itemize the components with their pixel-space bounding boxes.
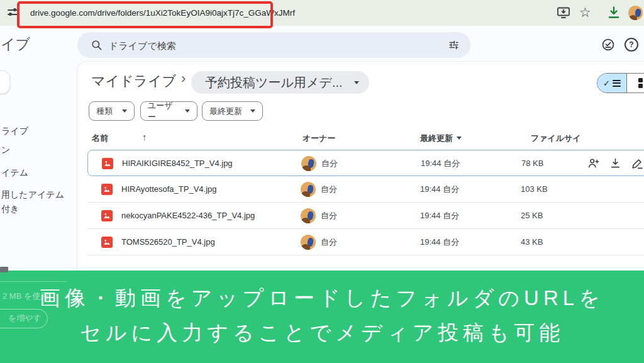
downloads-icon[interactable] bbox=[606, 5, 621, 20]
caption-line-1: 画像・動画をアップロードしたフォルダのURLを bbox=[0, 284, 644, 313]
rename-pencil-icon[interactable] bbox=[631, 157, 644, 170]
breadcrumb-current-folder[interactable]: 予約投稿ツール用メデ... bbox=[191, 71, 369, 94]
chevron-down-icon bbox=[122, 109, 127, 113]
drive-logo-fragment: イブ bbox=[1, 35, 30, 54]
file-size: 43 KB bbox=[521, 229, 543, 255]
chevron-down-icon bbox=[250, 109, 255, 113]
caption-banner: 2 MB を使用 を増やす 画像・動画をアップロードしたフォルダのURLを セル… bbox=[0, 271, 644, 363]
file-size: 78 KB bbox=[521, 150, 543, 177]
breadcrumb-my-drive[interactable]: マイドライブ bbox=[91, 72, 176, 91]
file-size: 25 KB bbox=[521, 203, 543, 229]
image-file-icon bbox=[102, 158, 113, 169]
file-row[interactable]: HIRAyottesofa_TP_V4.jpg 自分 19:44 自分 103 … bbox=[87, 176, 644, 203]
url-highlight-annotation bbox=[17, 1, 273, 28]
column-header-size[interactable]: ファイルサイ bbox=[531, 133, 581, 144]
list-view-icon bbox=[613, 80, 621, 87]
owner-avatar bbox=[301, 208, 316, 223]
column-header-name[interactable]: 名前 bbox=[92, 133, 108, 144]
filter-chip-user-label: ユーザー bbox=[148, 100, 180, 123]
new-button-fragment[interactable] bbox=[0, 70, 10, 94]
owner-avatar bbox=[301, 235, 316, 250]
help-icon[interactable]: ? bbox=[625, 38, 638, 52]
list-view-button[interactable]: ✓ bbox=[597, 74, 626, 92]
file-modified: 19:44 自分 bbox=[420, 229, 459, 255]
sidebar-item-my-drive[interactable]: ライブ bbox=[1, 126, 28, 137]
view-toggle: ✓ bbox=[597, 73, 644, 93]
file-list: HIRAIKIGIRE8452_TP_V4.jpg 自分 19:44 自分 78… bbox=[87, 150, 644, 255]
screenshot-root: drive.google.com/drive/folders/1uXi2TokE… bbox=[0, 0, 644, 363]
search-options-tune-icon[interactable] bbox=[448, 39, 460, 51]
file-modified: 19:44 自分 bbox=[421, 150, 460, 177]
sort-ascending-icon[interactable]: ↑ bbox=[142, 131, 147, 142]
file-size: 103 KB bbox=[521, 176, 548, 203]
file-name: HIRAyottesofa_TP_V4.jpg bbox=[121, 176, 217, 203]
browser-profile-avatar[interactable] bbox=[628, 6, 643, 20]
sidebar-item-starred[interactable]: 付き bbox=[1, 204, 19, 215]
file-owner: 自分 bbox=[321, 203, 337, 229]
file-modified: 19:44 自分 bbox=[420, 203, 459, 229]
sidebar-item-computers[interactable]: ン bbox=[1, 145, 10, 156]
filter-chip-type-label: 種類 bbox=[96, 106, 113, 117]
chevron-down-icon bbox=[185, 109, 190, 113]
owner-avatar bbox=[301, 156, 316, 171]
drive-search-bar[interactable] bbox=[77, 32, 470, 58]
sidebar-item-shared[interactable]: イテム bbox=[1, 167, 28, 179]
image-file-icon bbox=[101, 210, 113, 221]
owner-avatar bbox=[301, 182, 316, 197]
file-owner: 自分 bbox=[321, 150, 338, 177]
column-header-modified[interactable]: 最終更新 bbox=[420, 133, 462, 144]
breadcrumb-chevron-icon: › bbox=[181, 70, 186, 87]
file-row[interactable]: HIRAIKIGIRE8452_TP_V4.jpg 自分 19:44 自分 78… bbox=[87, 150, 644, 176]
filter-chip-type[interactable]: 種類 bbox=[89, 101, 135, 121]
offline-status-icon[interactable] bbox=[601, 38, 615, 52]
file-name: HIRAIKIGIRE8452_TP_V4.jpg bbox=[122, 150, 233, 177]
bookmark-star-icon[interactable]: ☆ bbox=[579, 3, 591, 22]
filter-chip-modified-label: 最終更新 bbox=[209, 106, 242, 117]
file-modified: 19:44 自分 bbox=[420, 176, 459, 203]
grid-view-icon bbox=[638, 78, 644, 89]
filter-chip-modified[interactable]: 最終更新 bbox=[202, 101, 263, 121]
file-name: nekocyanPAKE4522-436_TP_V4.jpg bbox=[121, 203, 255, 229]
file-row[interactable]: nekocyanPAKE4522-436_TP_V4.jpg 自分 19:44 … bbox=[87, 203, 644, 229]
sidebar-divider-ghost bbox=[0, 281, 67, 282]
caption-line-2: セルに入力することでメディア投稿も可能 bbox=[0, 319, 644, 347]
search-input[interactable] bbox=[108, 32, 437, 59]
file-name: TOMS526520_TP_V4.jpg bbox=[121, 229, 215, 255]
file-owner: 自分 bbox=[321, 229, 337, 255]
grid-view-button[interactable] bbox=[626, 74, 644, 92]
file-row[interactable]: TOMS526520_TP_V4.jpg 自分 19:44 自分 43 KB bbox=[87, 229, 644, 255]
check-icon: ✓ bbox=[603, 79, 610, 88]
share-add-person-icon[interactable] bbox=[587, 157, 600, 170]
sort-caret-icon bbox=[457, 137, 462, 140]
screenshot-artifact-chip bbox=[0, 267, 8, 272]
column-header-owner[interactable]: オーナー bbox=[303, 133, 336, 144]
filter-chip-user[interactable]: ユーザー bbox=[140, 101, 197, 121]
search-icon bbox=[91, 39, 103, 51]
folder-dropdown-caret-icon bbox=[354, 81, 359, 84]
image-file-icon bbox=[101, 237, 113, 248]
download-file-icon[interactable] bbox=[609, 157, 622, 170]
file-list-card: マイドライブ › 予約投稿ツール用メデ... ✓ 種類 ユーザー 最終更新 bbox=[77, 61, 644, 273]
image-file-icon bbox=[101, 184, 113, 195]
sidebar-item-recent[interactable]: 用したアイテム bbox=[1, 189, 64, 201]
install-app-icon[interactable] bbox=[556, 5, 571, 20]
current-folder-label: 予約投稿ツール用メデ... bbox=[205, 71, 343, 94]
file-owner: 自分 bbox=[321, 176, 337, 203]
